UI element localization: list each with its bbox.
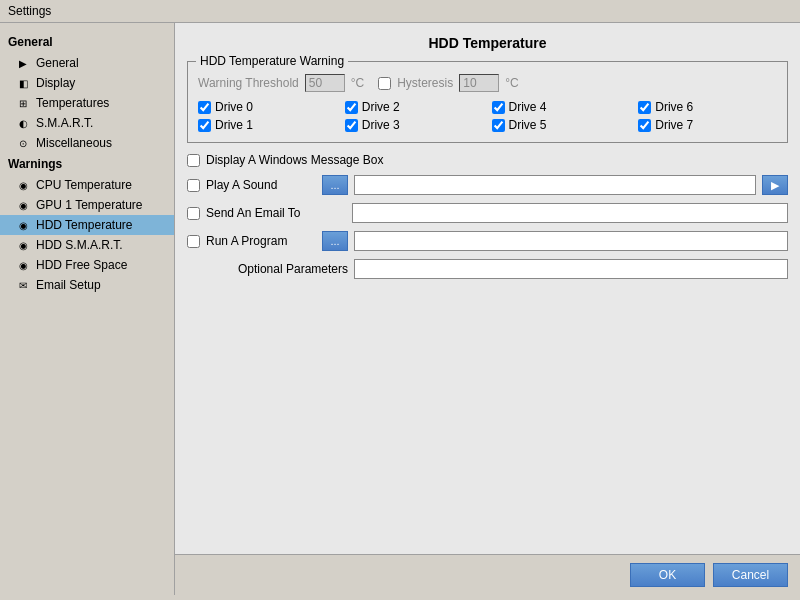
drive-7-checkbox[interactable] [638, 119, 651, 132]
drives-grid: Drive 0 Drive 2 Drive 4 Drive 6 [198, 100, 777, 132]
drive-3-label: Drive 3 [362, 118, 400, 132]
sidebar-item-hdd-temperature[interactable]: ◉ HDD Temperature [0, 215, 174, 235]
content-inner: HDD Temperature HDD Temperature Warning … [175, 23, 800, 595]
drive-4-checkbox[interactable] [492, 101, 505, 114]
cpu-temp-icon: ◉ [16, 178, 30, 192]
hysteresis-checkbox[interactable] [378, 77, 391, 90]
hysteresis-unit: °C [505, 76, 518, 90]
sidebar-item-label: Email Setup [36, 278, 101, 292]
cancel-button[interactable]: Cancel [713, 563, 788, 587]
run-program-row: Run A Program ... [187, 231, 788, 251]
warning-threshold-label: Warning Threshold [198, 76, 299, 90]
panel-title: HDD Temperature [187, 35, 788, 51]
sidebar-item-miscellaneous[interactable]: ⊙ Miscellaneous [0, 133, 174, 153]
smart-icon: ◐ [16, 116, 30, 130]
sidebar: General ▶ General ◧ Display ⊞ Temperatur… [0, 23, 175, 595]
display-msg-row: Display A Windows Message Box [187, 153, 788, 167]
sidebar-item-label: Miscellaneous [36, 136, 112, 150]
footer: OK Cancel [175, 554, 800, 595]
drive-1-label: Drive 1 [215, 118, 253, 132]
run-program-label: Run A Program [206, 234, 316, 248]
sidebar-section-general: General [0, 31, 174, 53]
hysteresis-label: Hysteresis [397, 76, 453, 90]
group-legend: HDD Temperature Warning [196, 54, 348, 68]
hdd-smart-icon: ◉ [16, 238, 30, 252]
hysteresis-input[interactable] [459, 74, 499, 92]
drive-5-label: Drive 5 [509, 118, 547, 132]
sidebar-item-label: HDD S.M.A.R.T. [36, 238, 123, 252]
drive-4-label: Drive 4 [509, 100, 547, 114]
drive-5-checkbox[interactable] [492, 119, 505, 132]
warning-threshold-input[interactable] [305, 74, 345, 92]
drive-1-checkbox[interactable] [198, 119, 211, 132]
drive-1-row: Drive 1 [198, 118, 337, 132]
play-sound-row: Play A Sound ... ▶ [187, 175, 788, 195]
content-wrapper: HDD Temperature HDD Temperature Warning … [175, 23, 800, 595]
sidebar-item-smart[interactable]: ◐ S.M.A.R.T. [0, 113, 174, 133]
drive-3-row: Drive 3 [345, 118, 484, 132]
drive-5-row: Drive 5 [492, 118, 631, 132]
general-icon: ▶ [16, 56, 30, 70]
sidebar-item-cpu-temperature[interactable]: ◉ CPU Temperature [0, 175, 174, 195]
drive-6-label: Drive 6 [655, 100, 693, 114]
optional-params-label: Optional Parameters [205, 262, 348, 276]
threshold-row: Warning Threshold °C Hysteresis °C [198, 74, 777, 92]
drive-4-row: Drive 4 [492, 100, 631, 114]
display-msg-label: Display A Windows Message Box [206, 153, 383, 167]
display-icon: ◧ [16, 76, 30, 90]
drive-6-row: Drive 6 [638, 100, 777, 114]
send-email-checkbox[interactable] [187, 207, 200, 220]
sidebar-item-label: S.M.A.R.T. [36, 116, 93, 130]
gpu-temp-icon: ◉ [16, 198, 30, 212]
misc-icon: ⊙ [16, 136, 30, 150]
hdd-warning-group: HDD Temperature Warning Warning Threshol… [187, 61, 788, 143]
sidebar-section-warnings: Warnings [0, 153, 174, 175]
play-sound-button[interactable]: ▶ [762, 175, 788, 195]
play-sound-label: Play A Sound [206, 178, 316, 192]
drive-7-row: Drive 7 [638, 118, 777, 132]
drive-2-row: Drive 2 [345, 100, 484, 114]
email-icon: ✉ [16, 278, 30, 292]
sidebar-item-label: GPU 1 Temperature [36, 198, 143, 212]
sidebar-item-label: CPU Temperature [36, 178, 132, 192]
sound-path-input[interactable] [354, 175, 756, 195]
threshold-unit: °C [351, 76, 364, 90]
hdd-temp-icon: ◉ [16, 218, 30, 232]
sidebar-item-email-setup[interactable]: ✉ Email Setup [0, 275, 174, 295]
send-email-input[interactable] [352, 203, 788, 223]
sidebar-item-label: Temperatures [36, 96, 109, 110]
send-email-label: Send An Email To [206, 206, 346, 220]
hdd-free-icon: ◉ [16, 258, 30, 272]
sidebar-item-gpu-temperature[interactable]: ◉ GPU 1 Temperature [0, 195, 174, 215]
sidebar-item-label: HDD Free Space [36, 258, 127, 272]
run-program-checkbox[interactable] [187, 235, 200, 248]
sidebar-item-label: Display [36, 76, 75, 90]
drive-2-checkbox[interactable] [345, 101, 358, 114]
optional-params-input[interactable] [354, 259, 788, 279]
sidebar-item-general[interactable]: ▶ General [0, 53, 174, 73]
browse2-icon: ... [330, 235, 339, 247]
title-bar: Settings [0, 0, 800, 23]
temperatures-icon: ⊞ [16, 96, 30, 110]
ok-button[interactable]: OK [630, 563, 705, 587]
drive-7-label: Drive 7 [655, 118, 693, 132]
sidebar-item-hdd-smart[interactable]: ◉ HDD S.M.A.R.T. [0, 235, 174, 255]
drive-0-checkbox[interactable] [198, 101, 211, 114]
play-sound-checkbox[interactable] [187, 179, 200, 192]
display-msg-checkbox[interactable] [187, 154, 200, 167]
browse-program-button[interactable]: ... [322, 231, 348, 251]
sidebar-item-hdd-free-space[interactable]: ◉ HDD Free Space [0, 255, 174, 275]
play-icon: ▶ [771, 179, 779, 192]
sidebar-item-display[interactable]: ◧ Display [0, 73, 174, 93]
drive-2-label: Drive 2 [362, 100, 400, 114]
drive-0-label: Drive 0 [215, 100, 253, 114]
sidebar-item-label: General [36, 56, 79, 70]
send-email-row: Send An Email To [187, 203, 788, 223]
browse-sound-button[interactable]: ... [322, 175, 348, 195]
title-text: Settings [8, 4, 51, 18]
optional-params-row: Optional Parameters [187, 259, 788, 279]
program-path-input[interactable] [354, 231, 788, 251]
drive-6-checkbox[interactable] [638, 101, 651, 114]
sidebar-item-temperatures[interactable]: ⊞ Temperatures [0, 93, 174, 113]
drive-3-checkbox[interactable] [345, 119, 358, 132]
